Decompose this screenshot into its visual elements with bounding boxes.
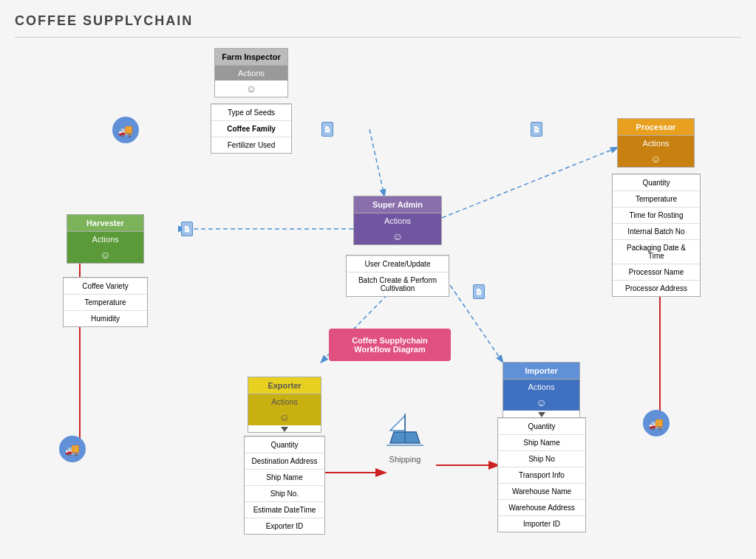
- center-label: Coffee Supplychain Workflow Diagram: [329, 329, 451, 361]
- estimate-datetime: Estimate DateTime: [245, 501, 324, 518]
- svg-marker-10: [390, 416, 405, 431]
- super-admin-header: Super Admin: [354, 196, 441, 213]
- coffee-family: Coffee Family: [211, 120, 291, 137]
- type-of-seeds: Type of Seeds: [211, 104, 291, 120]
- svg-line-5: [442, 148, 617, 218]
- exporter-box: Exporter Actions ☺: [248, 377, 321, 433]
- warehouse-address: Warehouse Address: [498, 499, 585, 515]
- farm-inspector-actions[interactable]: Actions: [215, 65, 287, 80]
- importer-id: Importer ID: [498, 515, 585, 532]
- humidity: Humidity: [64, 310, 147, 326]
- exporter-ship-name: Ship Name: [245, 469, 324, 485]
- processor-temperature: Temperature: [613, 191, 700, 207]
- processor-address: Processor Address: [613, 280, 700, 296]
- seeds-box: Type of Seeds Coffee Family Fertilizer U…: [211, 103, 292, 154]
- doc-icon-1: 📄: [321, 122, 333, 137]
- importer-quantity: Quantity: [498, 418, 585, 434]
- super-admin-box: Super Admin Actions ☺: [353, 196, 442, 245]
- exporter-id: Exporter ID: [245, 518, 324, 534]
- harvester-header: Harvester: [67, 215, 143, 231]
- super-admin-actions[interactable]: Actions: [354, 213, 441, 228]
- harvester-temperature: Temperature: [64, 294, 147, 310]
- processor-name: Processor Name: [613, 264, 700, 280]
- importer-header: Importer: [503, 363, 579, 379]
- destination-address: Destination Address: [245, 453, 324, 469]
- importer-box: Importer Actions ☺: [503, 362, 580, 418]
- internal-batch-no: Internal Batch No: [613, 223, 700, 239]
- shipping-icon: Shipping: [383, 410, 427, 464]
- exporter-data-box: Quantity Destination Address Ship Name S…: [244, 436, 325, 535]
- user-create-update: User Create/Update: [347, 256, 449, 272]
- fertilizer-used: Fertilizer Used: [211, 137, 291, 153]
- shipping-label: Shipping: [383, 455, 427, 464]
- page-title: COFFEE SUPPLYCHAIN: [15, 13, 193, 29]
- exporter-quantity: Quantity: [245, 436, 324, 453]
- svg-line-8: [370, 129, 384, 196]
- harvester-data-box: Coffee Variety Temperature Humidity: [63, 277, 148, 327]
- processor-box: Processor Actions ☺: [617, 118, 695, 168]
- exporter-actions[interactable]: Actions: [248, 394, 321, 409]
- transport-info: Transport Info: [498, 467, 585, 483]
- super-admin-data-box: User Create/Update Batch Create & Perfor…: [346, 255, 449, 297]
- harvester-box: Harvester Actions ☺: [67, 214, 144, 264]
- exporter-ship-no: Ship No.: [245, 485, 324, 501]
- processor-header: Processor: [618, 119, 694, 135]
- importer-actions[interactable]: Actions: [503, 379, 579, 394]
- truck-icon-right: 🚚: [643, 410, 670, 436]
- processor-quantity: Quantity: [613, 174, 700, 191]
- importer-ship-no: Ship No: [498, 450, 585, 467]
- farm-inspector-box: Farm Inspector Actions ☺: [214, 48, 288, 97]
- doc-icon-2: 📄: [531, 122, 542, 137]
- doc-icon-3: 📄: [181, 222, 193, 236]
- harvester-actions[interactable]: Actions: [67, 231, 143, 247]
- truck-icon-left: 🚚: [59, 436, 86, 462]
- exporter-header: Exporter: [248, 377, 321, 394]
- truck-icon-topleft: 🚚: [112, 117, 139, 143]
- doc-icon-4: 📄: [473, 284, 485, 299]
- importer-ship-name: Ship Name: [498, 434, 585, 450]
- coffee-variety: Coffee Variety: [64, 278, 147, 294]
- farm-inspector-header: Farm Inspector: [215, 49, 287, 65]
- warehouse-name: Warehouse Name: [498, 483, 585, 499]
- processor-actions[interactable]: Actions: [618, 135, 694, 151]
- batch-create: Batch Create & Perform Cultivation: [347, 272, 449, 296]
- processor-data-box: Quantity Temperature Time for Rosting In…: [612, 174, 701, 297]
- svg-line-7: [442, 273, 503, 362]
- packaging-date: Packaging Date & Time: [613, 239, 700, 264]
- time-for-rosting: Time for Rosting: [613, 207, 700, 223]
- title-divider: [15, 37, 741, 38]
- importer-data-box: Quantity Ship Name Ship No Transport Inf…: [497, 417, 586, 532]
